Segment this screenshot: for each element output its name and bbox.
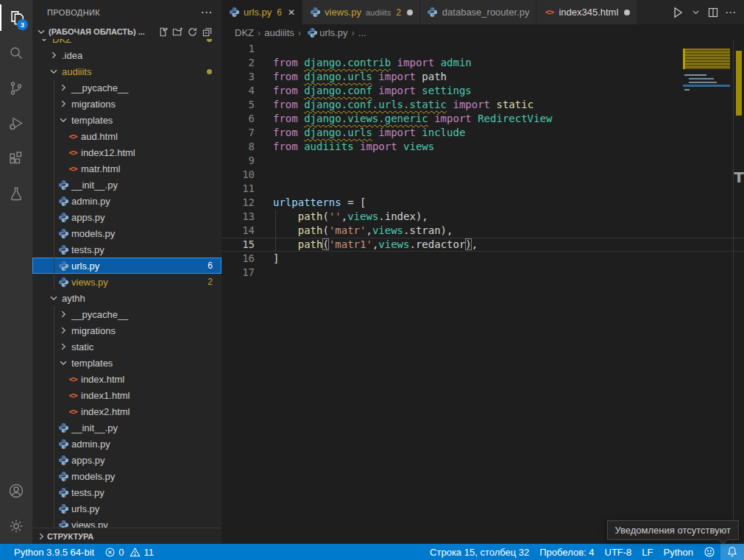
tree-file-apps.py[interactable]: apps.py: [32, 452, 222, 468]
breadcrumb-item[interactable]: DKZ: [235, 27, 254, 38]
line-number: 17: [222, 266, 255, 280]
code-line[interactable]: 13 path('',views.index),: [222, 210, 744, 224]
code-line[interactable]: 1: [222, 42, 744, 56]
more-editor-actions-icon[interactable]: ⋯: [722, 4, 740, 21]
tree-file-tests.py[interactable]: tests.py: [32, 484, 222, 500]
code-line[interactable]: 14 path('matr',views.stran),: [222, 224, 744, 238]
account-icon[interactable]: [0, 473, 32, 508]
run-file-icon[interactable]: [669, 4, 687, 21]
run-dropdown-chevron-icon[interactable]: [687, 4, 704, 21]
tree-item-label: .idea: [62, 50, 82, 61]
tree-folder-__pycache__[interactable]: __pycache__: [32, 306, 222, 322]
eol-status[interactable]: LF: [637, 544, 658, 560]
tab-urls.py[interactable]: urls.py6✕: [222, 0, 302, 24]
code-text: [255, 266, 273, 280]
tree-file-urls.py[interactable]: urls.py6: [32, 258, 222, 274]
tree-folder-audiiits[interactable]: audiiits: [32, 63, 222, 79]
new-file-icon[interactable]: [155, 25, 170, 38]
encoding-status[interactable]: UTF-8: [600, 544, 637, 560]
tree-file-tests.py[interactable]: tests.py: [32, 241, 222, 258]
tree-file-matr.html[interactable]: <>matr.html: [32, 160, 222, 177]
tree-folder-static[interactable]: static: [32, 339, 222, 355]
tree-folder-__pycache__[interactable]: __pycache__: [32, 79, 222, 96]
more-actions-icon[interactable]: ⋯: [201, 9, 213, 16]
tree-file-index2.html[interactable]: <>index2.html: [32, 403, 222, 419]
tree-file-admin.py[interactable]: admin.py: [32, 436, 222, 452]
explorer-icon[interactable]: 3: [0, 0, 32, 35]
tab-index345.html[interactable]: <>index345.html: [536, 0, 637, 24]
refresh-icon[interactable]: [185, 25, 199, 38]
code-line[interactable]: 9: [222, 154, 744, 168]
problems-status[interactable]: 0 11: [99, 547, 159, 558]
code-line[interactable]: 8from audiiits import views: [222, 140, 744, 154]
code-text: path('matr',views.stran),: [255, 224, 453, 238]
tree-file-models.py[interactable]: models.py: [32, 468, 222, 484]
tree-item-label: apps.py: [71, 212, 105, 223]
python-interpreter-status[interactable]: Python 3.9.5 64-bit: [9, 547, 99, 558]
split-editor-icon[interactable]: [704, 4, 722, 21]
tree-file-index1.html[interactable]: <>index1.html: [32, 387, 222, 403]
tree-folder-aythh[interactable]: aythh: [32, 290, 222, 306]
code-line[interactable]: 16]: [222, 252, 744, 266]
extensions-icon[interactable]: [0, 141, 32, 177]
indentation-status[interactable]: Пробелов: 4: [534, 544, 599, 560]
code-line[interactable]: 5from django.conf.urls.static import sta…: [222, 98, 744, 112]
testing-icon[interactable]: [0, 177, 32, 212]
tree-item-label: static: [71, 341, 93, 352]
search-icon[interactable]: [0, 35, 32, 71]
warning-marks: [736, 51, 742, 116]
tree-file-admin.py[interactable]: admin.py: [32, 193, 222, 209]
run-debug-icon[interactable]: [0, 106, 32, 141]
language-mode-status[interactable]: Python: [659, 544, 698, 560]
tree-file-views.py[interactable]: views.py2: [32, 274, 222, 290]
tree-folder-templates[interactable]: templates: [32, 112, 222, 128]
code-line[interactable]: 7from django.urls import include: [222, 126, 744, 140]
code-line[interactable]: 4from django.conf import settings: [222, 84, 744, 98]
settings-gear-icon[interactable]: [0, 508, 32, 544]
tree-file-models.py[interactable]: models.py: [32, 225, 222, 241]
feedback-icon[interactable]: [698, 544, 720, 560]
tree-file-aud.html[interactable]: <>aud.html: [32, 128, 222, 144]
tree-file-index.html[interactable]: <>index.html: [32, 371, 222, 387]
tree-folder-migrations[interactable]: migrations: [32, 96, 222, 112]
chevron-right-icon: [57, 341, 69, 352]
tree-folder-templates[interactable]: templates: [32, 355, 222, 371]
tab-database_roouter.py[interactable]: database_roouter.py: [420, 0, 537, 24]
chevron-down-icon: [48, 292, 60, 304]
code-line[interactable]: 6from django.views.generic import Redire…: [222, 112, 744, 126]
tab-views.py[interactable]: views.pyaudiiits2: [302, 0, 420, 24]
new-folder-icon[interactable]: [170, 25, 185, 38]
tree-file-urls.py[interactable]: urls.py: [32, 500, 222, 517]
minimap[interactable]: [683, 40, 733, 188]
cursor-position-status[interactable]: Строка 15, столбец 32: [425, 544, 534, 560]
code-line[interactable]: 12urlpatterns = [: [222, 196, 744, 210]
source-control-icon[interactable]: [0, 71, 32, 106]
code-line[interactable]: 3from django.urls import path: [222, 70, 744, 84]
code-line[interactable]: 17: [222, 266, 744, 280]
breadcrumb-item[interactable]: ...: [358, 27, 366, 38]
collapse-all-icon[interactable]: [199, 25, 214, 38]
chevron-right-icon: [57, 308, 69, 320]
close-icon[interactable]: ✕: [288, 7, 295, 18]
tree-file-views.py[interactable]: views.py: [32, 517, 222, 528]
outline-section-header[interactable]: СТРУКТУРА: [32, 528, 222, 544]
workspace-section-header[interactable]: (РАБОЧАЯ ОБЛАСТЬ) ...: [32, 24, 222, 39]
tree-file-__init__.py[interactable]: __init__.py: [32, 419, 222, 436]
tree-file-__init__.py[interactable]: __init__.py: [32, 177, 222, 193]
breadcrumb-item[interactable]: urls.py: [319, 27, 347, 38]
code-editor[interactable]: 12from django.contrib import admin3from …: [222, 40, 744, 544]
tree-file-apps.py[interactable]: apps.py: [32, 209, 222, 225]
chevron-separator-icon: ›: [298, 27, 301, 38]
code-line[interactable]: 10: [222, 168, 744, 182]
tree-folder-.idea[interactable]: .idea: [32, 47, 222, 63]
code-line[interactable]: 15 path('matr1',views.redactor),: [222, 238, 744, 252]
line-number: 8: [222, 140, 255, 154]
line-number: 3: [222, 70, 255, 84]
tree-file-index12.html[interactable]: <>index12.html: [32, 144, 222, 160]
code-line[interactable]: 2from django.contrib import admin: [222, 56, 744, 70]
tree-folder-DKZ[interactable]: DKZ: [32, 39, 222, 47]
code-line[interactable]: 11: [222, 182, 744, 196]
breadcrumb-item[interactable]: audiiits: [264, 27, 294, 38]
tree-folder-migrations[interactable]: migrations: [32, 322, 222, 339]
notifications-bell-icon[interactable]: [720, 544, 744, 560]
